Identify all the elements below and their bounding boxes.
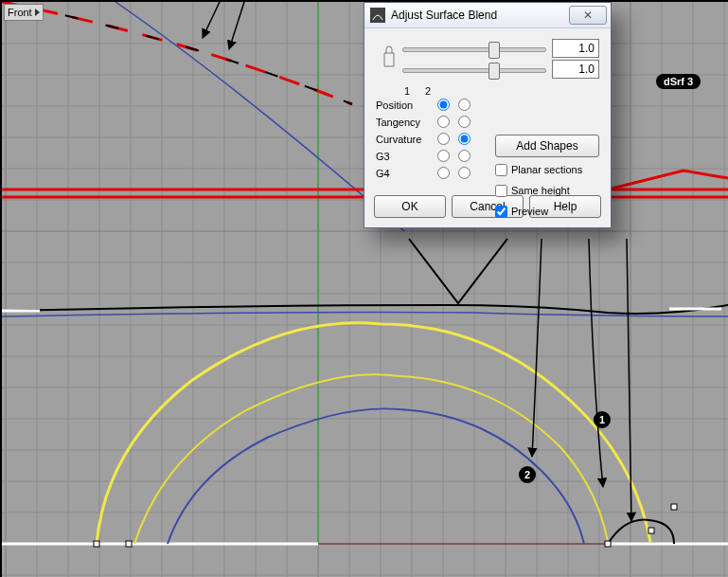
preview-label: Preview: [511, 206, 548, 217]
dialog-titlebar[interactable]: Adjust Surface Blend ✕: [364, 3, 611, 28]
arrow-top-2: [229, 2, 244, 49]
control-points[interactable]: [94, 504, 677, 547]
radio-tangency-1[interactable]: [437, 116, 450, 128]
red-kink[interactable]: [608, 171, 728, 189]
svg-rect-43: [126, 541, 132, 547]
same-height-input[interactable]: [495, 185, 507, 197]
slider-2-value[interactable]: 1.0: [552, 60, 599, 79]
same-height-label: Same height: [511, 185, 570, 196]
col-2: 2: [417, 85, 438, 97]
radio-position-1[interactable]: [437, 99, 450, 111]
svg-rect-46: [671, 504, 677, 510]
dialog-icon: [370, 8, 385, 23]
small-loop[interactable]: [608, 519, 674, 544]
svg-rect-45: [648, 528, 654, 533]
ok-button[interactable]: OK: [374, 195, 446, 218]
lock-icon[interactable]: [381, 40, 398, 78]
slider-1-value[interactable]: 1.0: [552, 39, 599, 58]
planar-sections-checkbox[interactable]: Planar sections: [495, 161, 599, 178]
slider-1[interactable]: [402, 40, 546, 57]
viewport-label-text: Front: [8, 6, 32, 19]
viewport-menu-icon[interactable]: [35, 9, 40, 16]
slider-2[interactable]: [402, 61, 546, 78]
planar-sections-input[interactable]: [495, 164, 507, 176]
col-1: 1: [397, 85, 417, 97]
radio-g3-2[interactable]: [458, 150, 471, 162]
radio-position-2[interactable]: [458, 99, 471, 111]
svg-rect-42: [94, 541, 99, 547]
surface-label: dSrf 3: [656, 74, 701, 89]
row-tangency-label: Tangency: [376, 117, 433, 128]
planar-label: Planar sections: [511, 164, 582, 175]
svg-rect-44: [605, 541, 611, 547]
row-g4-label: G4: [376, 168, 433, 179]
radio-g3-1[interactable]: [437, 150, 450, 162]
radio-g4-1[interactable]: [437, 167, 450, 179]
preview-checkbox[interactable]: Preview: [495, 203, 599, 220]
row-position-label: Position: [376, 99, 433, 111]
badge-2: 2: [519, 466, 536, 483]
curve-red-top[interactable]: [2, 2, 352, 104]
viewport: Front dSrf 3 1 2 Adjust Surface Blend ✕: [1, 1, 728, 577]
close-button[interactable]: ✕: [569, 6, 607, 25]
radio-tangency-2[interactable]: [458, 116, 471, 128]
same-height-checkbox[interactable]: Same height: [495, 182, 599, 199]
row-g3-label: G3: [376, 151, 433, 162]
add-shapes-button[interactable]: Add Shapes: [495, 135, 599, 157]
curve-black-top-dash[interactable]: [2, 2, 352, 104]
viewport-label[interactable]: Front: [4, 4, 44, 21]
preview-input[interactable]: [495, 206, 507, 218]
radio-curvature-2[interactable]: [458, 133, 471, 145]
row-curvature-label: Curvature: [376, 134, 433, 145]
radio-curvature-1[interactable]: [437, 133, 450, 145]
radio-g4-2[interactable]: [458, 167, 471, 179]
dialog-adjust-surface-blend: Adjust Surface Blend ✕ 1.0: [364, 2, 612, 228]
badge-1: 1: [594, 411, 611, 428]
dialog-title: Adjust Surface Blend: [391, 9, 563, 22]
arrow-top-1: [203, 2, 220, 38]
